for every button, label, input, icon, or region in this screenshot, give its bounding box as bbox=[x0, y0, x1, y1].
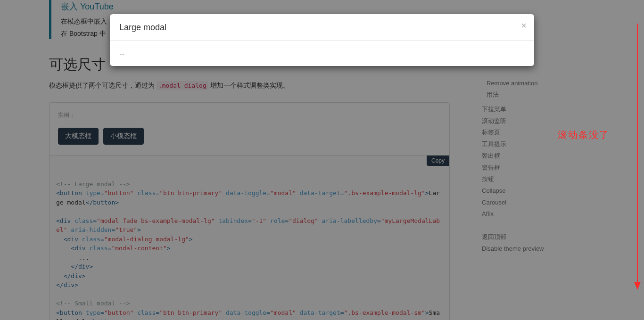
modal-body: ... bbox=[110, 41, 534, 66]
annotation-label: 滚动条没了 bbox=[558, 129, 610, 141]
modal-title: Large modal bbox=[119, 23, 166, 32]
svg-marker-1 bbox=[634, 282, 641, 290]
modal-header: Large modal × bbox=[110, 14, 534, 41]
annotation-arrow-icon bbox=[633, 24, 644, 292]
large-modal-dialog: Large modal × ... bbox=[110, 14, 534, 66]
modal-close-button[interactable]: × bbox=[521, 21, 527, 30]
